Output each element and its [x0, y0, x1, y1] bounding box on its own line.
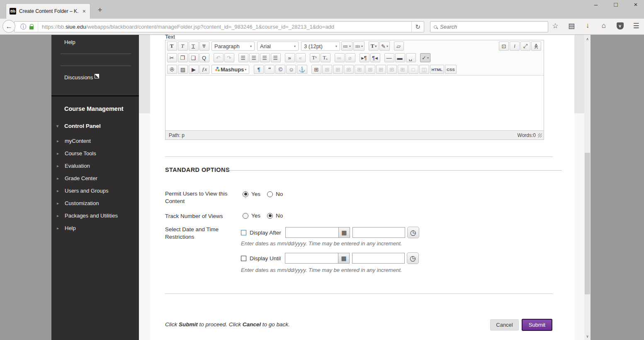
- clock-icon[interactable]: ◷: [407, 227, 419, 238]
- font-size-select[interactable]: 3 (12pt)▾: [301, 42, 340, 51]
- info-icon[interactable]: ⓘ: [20, 23, 26, 31]
- track-no-option[interactable]: No: [267, 213, 283, 219]
- redo-icon[interactable]: ↷: [224, 53, 234, 62]
- numbered-list-icon[interactable]: ≕▾: [353, 42, 365, 51]
- collapse-toolbar-icon[interactable]: ≫: [531, 42, 541, 51]
- align-left-icon[interactable]: ☰: [238, 53, 248, 62]
- browser-tab[interactable]: Bb Create Content Folder – K... ×: [6, 3, 90, 19]
- display-until-date-input[interactable]: [285, 253, 338, 264]
- display-until-checkbox[interactable]: [241, 256, 246, 261]
- subscript-icon[interactable]: Tₓ: [321, 53, 331, 62]
- sidebar-item-help[interactable]: ▸ Help: [51, 222, 139, 234]
- radio-selected-icon[interactable]: [243, 191, 248, 197]
- delete-column-icon[interactable]: ⊞: [398, 65, 408, 74]
- sidebar-item-grade-center[interactable]: ▸ Grade Center: [51, 172, 139, 184]
- insert-column-right-icon[interactable]: ⊞: [387, 65, 397, 74]
- track-yes-option[interactable]: Yes: [243, 213, 260, 219]
- bullet-list-icon[interactable]: ≔▾: [341, 42, 352, 51]
- menu-icon[interactable]: ☰: [631, 20, 642, 31]
- clear-format-icon[interactable]: ▱: [394, 42, 404, 51]
- accessibility-icon[interactable]: i: [510, 42, 520, 51]
- merge-cells-icon[interactable]: □: [408, 65, 418, 74]
- url-bar[interactable]: ⓘ https://bb.siue.edu/webapps/blackboard…: [14, 21, 424, 32]
- maximize-button[interactable]: □: [612, 1, 620, 8]
- insert-column-left-icon[interactable]: ⊞: [376, 65, 386, 74]
- html-source-button[interactable]: HTML: [430, 65, 444, 74]
- pocket-icon[interactable]: v: [615, 20, 625, 31]
- align-center-icon[interactable]: ☰: [249, 53, 259, 62]
- tab-close-icon[interactable]: ×: [82, 8, 87, 15]
- display-after-time-input[interactable]: [352, 227, 405, 238]
- sidebar-item-course-tools[interactable]: ▸ Course Tools: [51, 147, 139, 159]
- bold-icon[interactable]: T: [167, 42, 177, 51]
- sidebar-item-mycontent[interactable]: ▸ myContent: [51, 135, 139, 147]
- blockquote-icon[interactable]: “: [265, 65, 275, 74]
- fullscreen-icon[interactable]: ⤢: [520, 42, 530, 51]
- bookmarks-panel-icon[interactable]: ▤: [566, 20, 577, 31]
- submit-button[interactable]: Submit: [522, 319, 552, 331]
- math-editor-icon[interactable]: ƒx: [199, 65, 209, 74]
- vertical-scrollbar[interactable]: ∧ ∨: [584, 35, 591, 340]
- delete-row-icon[interactable]: ⊞: [365, 65, 375, 74]
- nbsp-icon[interactable]: ␣: [406, 53, 416, 62]
- hr-icon[interactable]: —: [384, 53, 394, 62]
- display-until-time-input[interactable]: [352, 253, 405, 264]
- cut-icon[interactable]: ✂: [167, 53, 177, 62]
- anchor-icon[interactable]: ⚓: [297, 65, 307, 74]
- split-cells-icon[interactable]: ◫: [419, 65, 429, 74]
- symbol-icon[interactable]: ©: [275, 65, 285, 74]
- italic-icon[interactable]: T: [178, 42, 188, 51]
- font-family-select[interactable]: Arial▾: [257, 42, 299, 51]
- clock-icon[interactable]: ◷: [407, 252, 419, 264]
- permit-no-option[interactable]: No: [267, 191, 283, 197]
- close-button[interactable]: ×: [632, 1, 640, 8]
- radio-icon[interactable]: [243, 213, 248, 219]
- strikethrough-icon[interactable]: T: [199, 42, 209, 51]
- align-justify-icon[interactable]: ☰: [271, 53, 281, 62]
- highlight-icon[interactable]: ✎▾: [379, 42, 390, 51]
- display-after-date-input[interactable]: [285, 227, 339, 238]
- cell-properties-icon[interactable]: ⊞: [333, 65, 343, 74]
- scrollbar-thumb[interactable]: [585, 153, 590, 294]
- find-icon[interactable]: Q: [199, 53, 209, 62]
- insert-image-icon[interactable]: ▨: [178, 65, 188, 74]
- scroll-down-icon[interactable]: ∨: [584, 333, 591, 339]
- underline-icon[interactable]: T: [189, 42, 199, 51]
- reload-button[interactable]: ↻: [411, 22, 424, 32]
- sidebar-item-help-top[interactable]: Help: [64, 39, 75, 45]
- link-icon[interactable]: ∞: [335, 53, 345, 62]
- bookmark-star-icon[interactable]: ☆: [550, 20, 561, 31]
- text-color-icon[interactable]: T▾: [369, 42, 379, 51]
- outdent-icon[interactable]: «: [296, 53, 306, 62]
- copy-icon[interactable]: ❐: [178, 53, 188, 62]
- display-after-checkbox[interactable]: [241, 230, 246, 235]
- scroll-up-icon[interactable]: ∧: [584, 36, 591, 42]
- insert-row-below-icon[interactable]: ⊞: [355, 65, 365, 74]
- unlink-icon[interactable]: ⌀: [345, 53, 355, 62]
- ltr-icon[interactable]: ¶◂: [370, 53, 380, 62]
- search-bar[interactable]: [430, 21, 548, 32]
- paragraph-style-select[interactable]: Paragraph▾: [211, 42, 255, 51]
- search-input[interactable]: [440, 24, 544, 30]
- paragraph-mark-icon[interactable]: ¶: [254, 65, 264, 74]
- permit-yes-option[interactable]: Yes: [243, 191, 260, 197]
- downloads-icon[interactable]: ↓: [582, 20, 593, 31]
- mashups-select[interactable]: Mashups▾: [211, 65, 249, 74]
- sidebar-item-control-panel[interactable]: ▾ Control Panel: [56, 123, 101, 129]
- spellcheck-icon[interactable]: ✓▾: [420, 53, 430, 62]
- sidebar-item-customization[interactable]: ▸ Customization: [51, 197, 139, 209]
- superscript-icon[interactable]: Tˣ: [310, 53, 320, 62]
- sidebar-item-evaluation[interactable]: ▸ Evaluation: [51, 159, 139, 172]
- emoticon-icon[interactable]: ☺: [286, 65, 296, 74]
- calendar-icon[interactable]: ▦: [338, 253, 350, 264]
- url-text[interactable]: https://bb.siue.edu/webapps/blackboard/c…: [38, 24, 411, 30]
- home-icon[interactable]: ⌂: [598, 20, 609, 31]
- insert-table-icon[interactable]: ⊞: [311, 65, 321, 74]
- cancel-button[interactable]: Cancel: [490, 319, 519, 330]
- editor-text-area[interactable]: [165, 75, 544, 130]
- insert-video-icon[interactable]: ▶: [189, 65, 199, 74]
- back-button[interactable]: ←: [2, 20, 15, 33]
- editor-resize-handle[interactable]: [538, 133, 542, 137]
- preview-icon[interactable]: ⊡: [499, 42, 509, 51]
- css-button[interactable]: CSS: [445, 65, 457, 74]
